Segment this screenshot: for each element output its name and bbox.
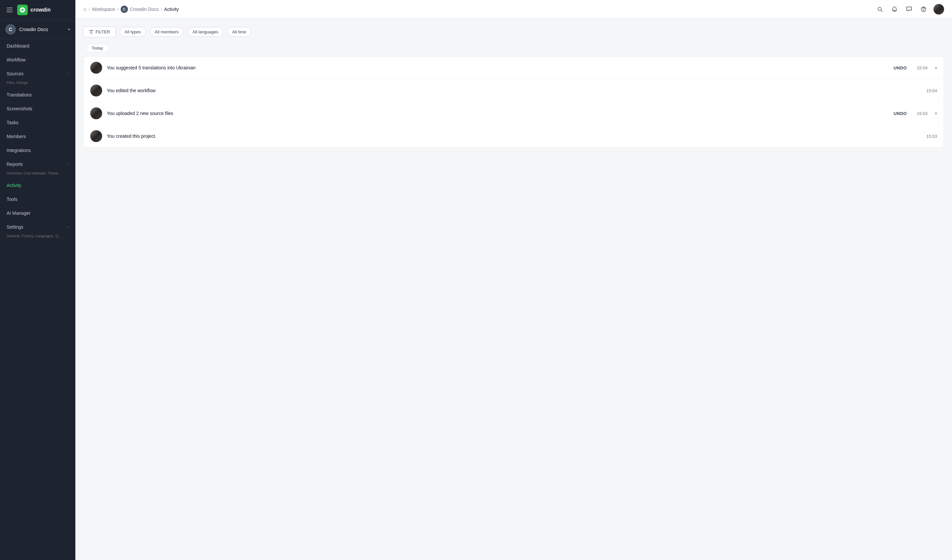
- activity-item-2: You edited the workflow 15:04: [83, 79, 944, 102]
- expand-icon-3[interactable]: ▾: [935, 111, 937, 116]
- sidebar-item-activity[interactable]: Activity: [0, 178, 76, 192]
- filter-chip-types[interactable]: All types: [120, 27, 146, 37]
- sidebar-item-workflow[interactable]: Workflow: [0, 53, 76, 67]
- breadcrumb-project-avatar: C: [121, 6, 128, 13]
- date-header: Today: [83, 44, 944, 52]
- filter-chip-members[interactable]: All members: [150, 27, 184, 37]
- reports-sub: Overview, Cost estimate, Transl...: [0, 171, 76, 178]
- project-avatar: C: [5, 24, 16, 35]
- sidebar-item-translations[interactable]: Translations: [0, 88, 76, 102]
- sidebar-item-settings[interactable]: Settings ›: [0, 220, 76, 234]
- settings-chevron-icon: ›: [67, 225, 69, 229]
- undo-button-1[interactable]: UNDO: [893, 65, 907, 70]
- breadcrumb-workspace[interactable]: Workspace: [92, 6, 115, 12]
- sidebar-item-screenshots[interactable]: Screenshots: [0, 102, 76, 116]
- avatar-2: [90, 85, 102, 96]
- settings-sub: General, Privacy, Languages, Q...: [0, 234, 76, 241]
- sidebar-item-integrations[interactable]: Integrations: [0, 143, 76, 157]
- main-content: ⌂ › Workspace › C Crowdin Docs › Activit…: [76, 0, 952, 560]
- sidebar-item-tasks[interactable]: Tasks: [0, 116, 76, 130]
- filter-button[interactable]: FILTER: [83, 26, 116, 37]
- sidebar-item-tools[interactable]: Tools: [0, 192, 76, 206]
- search-button[interactable]: [875, 5, 885, 14]
- workflow-label: Workflow: [7, 57, 25, 62]
- settings-label: Settings: [7, 224, 23, 230]
- activity-item-4: You created this project. 15:03: [83, 125, 944, 147]
- filter-bar: FILTER All types All members All languag…: [83, 26, 944, 37]
- dashboard-label: Dashboard: [7, 43, 29, 49]
- sources-chevron-icon: ›: [67, 71, 69, 76]
- breadcrumb-project[interactable]: Crowdin Docs: [130, 6, 159, 12]
- date-label: Today: [86, 44, 109, 52]
- sources-sub: Files, Strings: [0, 80, 76, 88]
- sidebar-item-ai-manager[interactable]: AI Manager: [0, 206, 76, 220]
- members-label: Members: [7, 134, 26, 139]
- ai-manager-label: AI Manager: [7, 210, 30, 216]
- activity-item-1: You suggested 5 translations into Ukrain…: [83, 57, 944, 79]
- user-avatar-image: [933, 4, 944, 14]
- crowdin-logo: [17, 5, 28, 15]
- sidebar-item-members[interactable]: Members: [0, 130, 76, 143]
- logo-area: crowdin: [17, 5, 51, 15]
- activity-time-3: 15:03: [916, 111, 927, 116]
- undo-button-3[interactable]: UNDO: [893, 111, 907, 116]
- activity-text-1: You suggested 5 translations into Ukrain…: [107, 65, 889, 70]
- project-name: Crowdin Docs: [19, 27, 65, 32]
- expand-icon-1[interactable]: ▾: [935, 65, 937, 70]
- activity-text-4: You created this project.: [107, 133, 916, 139]
- breadcrumb-sep-3: ›: [161, 6, 162, 12]
- sidebar-header: crowdin: [0, 0, 76, 20]
- activity-date-section: Today You suggested 5 translations into …: [83, 44, 944, 148]
- topbar-actions: [875, 4, 944, 14]
- activity-time-1: 15:04: [916, 65, 927, 70]
- reports-label: Reports: [7, 162, 23, 167]
- avatar-1: [90, 62, 102, 74]
- filter-label: FILTER: [96, 29, 110, 34]
- breadcrumb: ⌂ › Workspace › C Crowdin Docs › Activit…: [83, 6, 873, 13]
- breadcrumb-sep-1: ›: [88, 6, 90, 12]
- svg-point-4: [924, 10, 924, 11]
- svg-line-2: [881, 10, 882, 12]
- project-selector[interactable]: C Crowdin Docs ▾: [0, 20, 76, 39]
- hamburger-menu[interactable]: [5, 6, 14, 14]
- integrations-label: Integrations: [7, 148, 31, 153]
- filter-chip-languages[interactable]: All languages: [187, 27, 223, 37]
- activity-text-3: You uploaded 2 new source files: [107, 111, 889, 116]
- reports-chevron-icon: ›: [67, 162, 69, 167]
- avatar-4: [90, 130, 102, 142]
- page-content: FILTER All types All members All languag…: [76, 19, 952, 560]
- logo-text: crowdin: [30, 7, 51, 13]
- sources-label: Sources: [7, 71, 23, 76]
- filter-chip-time[interactable]: All time: [227, 27, 251, 37]
- sidebar-item-reports[interactable]: Reports ›: [0, 157, 76, 171]
- activity-text-2: You edited the workflow: [107, 88, 916, 93]
- home-icon[interactable]: ⌂: [83, 6, 87, 12]
- sidebar-item-dashboard[interactable]: Dashboard: [0, 39, 76, 53]
- chevron-down-icon: ▾: [68, 27, 70, 32]
- tools-label: Tools: [7, 197, 17, 202]
- topbar: ⌂ › Workspace › C Crowdin Docs › Activit…: [76, 0, 952, 19]
- notifications-button[interactable]: [890, 5, 899, 14]
- tasks-label: Tasks: [7, 120, 19, 125]
- avatar-3: [90, 107, 102, 119]
- help-button[interactable]: [919, 5, 928, 14]
- messages-button[interactable]: [904, 5, 913, 14]
- activity-list: You suggested 5 translations into Ukrain…: [83, 56, 944, 148]
- activity-label: Activity: [7, 183, 21, 188]
- sidebar-item-sources[interactable]: Sources ›: [0, 67, 76, 80]
- breadcrumb-sep-2: ›: [117, 6, 119, 12]
- activity-time-4: 15:03: [926, 134, 937, 139]
- translations-label: Translations: [7, 92, 32, 97]
- sidebar: crowdin C Crowdin Docs ▾ Dashboard Workf…: [0, 0, 76, 560]
- breadcrumb-current: Activity: [164, 6, 179, 12]
- activity-time-2: 15:04: [926, 88, 937, 93]
- screenshots-label: Screenshots: [7, 106, 32, 111]
- user-avatar[interactable]: [933, 4, 944, 14]
- activity-item-3: You uploaded 2 new source files UNDO 15:…: [83, 102, 944, 125]
